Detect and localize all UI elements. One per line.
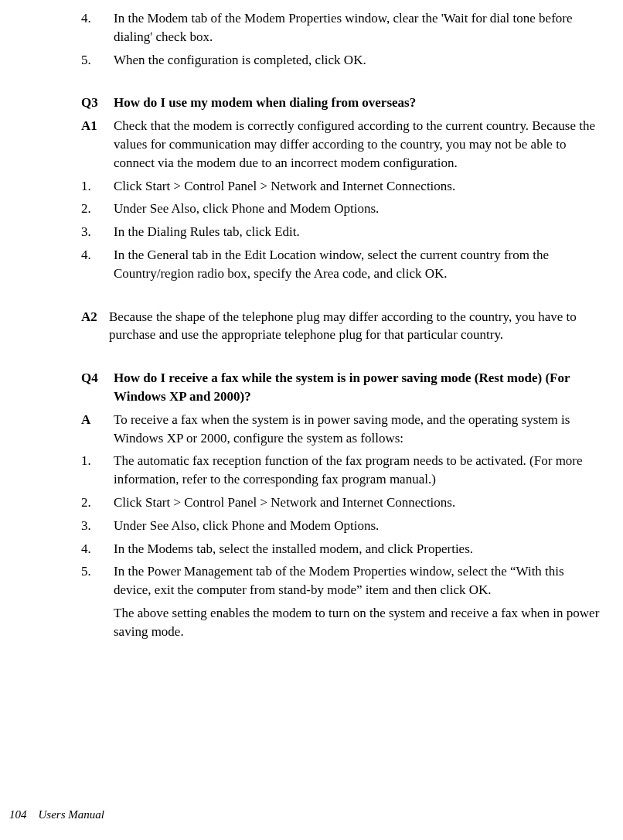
list-text: Click Start > Control Panel > Network an…	[114, 177, 604, 196]
answer-text: Because the shape of the telephone plug …	[109, 308, 604, 345]
list-item: 4. In the General tab in the Edit Locati…	[81, 246, 604, 283]
page-number: 104	[9, 808, 27, 821]
list-number: 4.	[81, 540, 114, 558]
footer-spacer	[29, 808, 36, 821]
list-item: 2. Click Start > Control Panel > Network…	[81, 493, 604, 512]
list-item: 3. In the Dialing Rules tab, click Edit.	[81, 223, 604, 241]
list-number: 5.	[81, 51, 114, 70]
spacer	[81, 604, 114, 641]
list-text: Click Start > Control Panel > Network an…	[114, 493, 604, 512]
list-number: 3.	[81, 517, 114, 535]
list-number: 3.	[81, 223, 114, 241]
page-footer: 104 Users Manual	[0, 807, 623, 823]
paragraph: The above setting enables the modem to t…	[81, 604, 604, 641]
list-text: In the Power Management tab of the Modem…	[114, 562, 604, 599]
list-item: 5. When the configuration is completed, …	[81, 51, 604, 70]
list-text: When the configuration is completed, cli…	[114, 51, 604, 70]
answer-text: Check that the modem is correctly config…	[114, 117, 604, 172]
footer-title: Users Manual	[39, 808, 104, 821]
list-number: 2.	[81, 200, 114, 218]
list-number: 2.	[81, 493, 114, 512]
page-content: 4. In the Modem tab of the Modem Propert…	[81, 8, 604, 641]
list-item: 4. In the Modems tab, select the install…	[81, 540, 604, 558]
answer-label: A	[81, 411, 114, 448]
question-row: Q3 How do I use my modem when dialing fr…	[81, 94, 604, 112]
list-number: 5.	[81, 562, 114, 599]
list-item: 1. The automatic fax reception function …	[81, 452, 604, 489]
question-label: Q3	[81, 94, 114, 112]
paragraph-text: The above setting enables the modem to t…	[114, 604, 604, 641]
answer-label: A2	[81, 308, 109, 345]
list-text: Under See Also, click Phone and Modem Op…	[114, 200, 604, 218]
list-number: 4.	[81, 9, 114, 46]
answer-label: A1	[81, 117, 114, 172]
answer-row: A1 Check that the modem is correctly con…	[81, 117, 604, 172]
list-text: In the Modems tab, select the installed …	[114, 540, 604, 558]
list-item: 5. In the Power Management tab of the Mo…	[81, 562, 604, 599]
question-row: Q4 How do I receive a fax while the syst…	[81, 369, 604, 406]
list-item: 4. In the Modem tab of the Modem Propert…	[81, 9, 604, 46]
list-item: 3. Under See Also, click Phone and Modem…	[81, 517, 604, 535]
list-item: 1. Click Start > Control Panel > Network…	[81, 177, 604, 196]
list-text: In the Modem tab of the Modem Properties…	[114, 9, 604, 46]
list-number: 4.	[81, 246, 114, 283]
list-number: 1.	[81, 452, 114, 489]
answer-row: A2 Because the shape of the telephone pl…	[81, 308, 604, 345]
list-number: 1.	[81, 177, 114, 196]
list-text: In the General tab in the Edit Location …	[114, 246, 604, 283]
list-text: In the Dialing Rules tab, click Edit.	[114, 223, 604, 241]
list-text: Under See Also, click Phone and Modem Op…	[114, 517, 604, 535]
list-item: 2. Under See Also, click Phone and Modem…	[81, 200, 604, 218]
question-label: Q4	[81, 369, 114, 406]
answer-row: A To receive a fax when the system is in…	[81, 411, 604, 448]
question-text: How do I receive a fax while the system …	[114, 369, 604, 406]
question-text: How do I use my modem when dialing from …	[114, 94, 604, 112]
answer-text: To receive a fax when the system is in p…	[114, 411, 604, 448]
list-text: The automatic fax reception function of …	[114, 452, 604, 489]
